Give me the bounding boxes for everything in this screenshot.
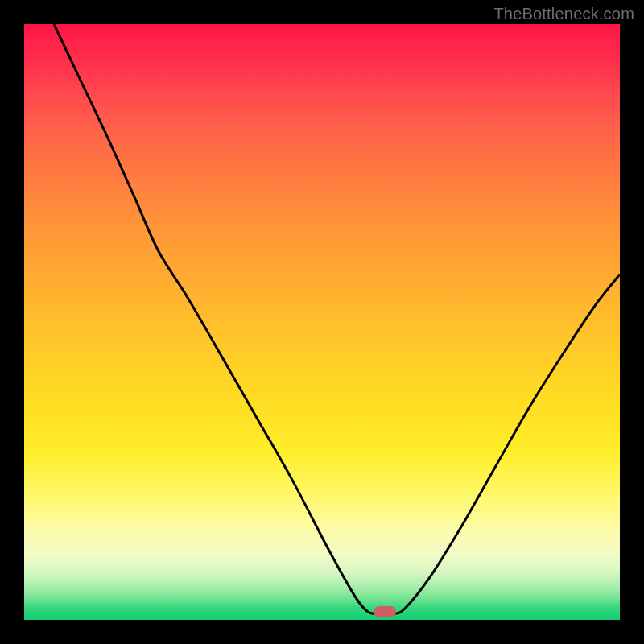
curve-svg [24,24,620,620]
attribution-text: TheBottleneck.com [493,5,634,23]
plot-area [24,24,620,620]
optimal-marker [374,606,396,617]
chart-stage: TheBottleneck.com [0,0,644,644]
bottleneck-curve [54,24,620,614]
